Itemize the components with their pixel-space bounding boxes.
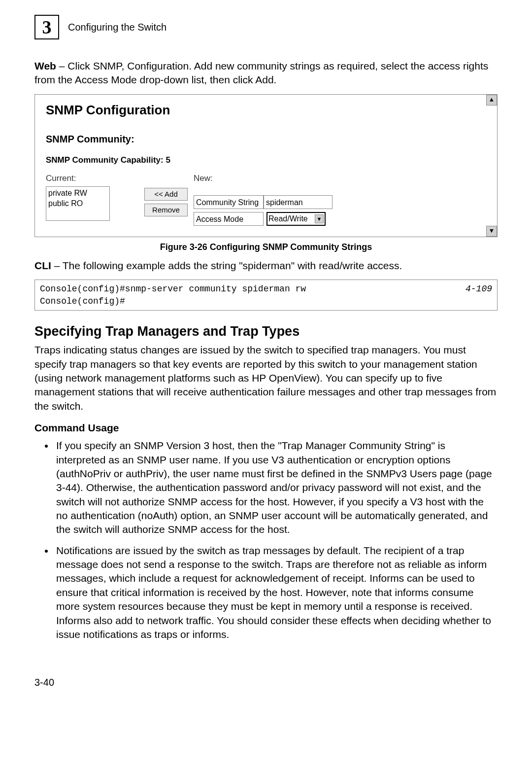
section-heading: Specifying Trap Managers and Trap Types	[34, 322, 498, 340]
cli-reference: 4-109	[466, 283, 492, 307]
command-usage-list: If you specify an SNMP Version 3 host, t…	[34, 439, 498, 641]
figure-caption: Figure 3-26 Configuring SNMP Community S…	[34, 241, 498, 253]
command-usage-heading: Command Usage	[34, 421, 498, 435]
snmp-community-heading: SNMP Community:	[46, 133, 486, 146]
access-mode-select[interactable]: Read/Write ▼	[266, 212, 326, 226]
cli-label: CLI	[34, 260, 51, 271]
new-label: New:	[194, 173, 486, 184]
snmp-config-screenshot: ▲ ▼ SNMP Configuration SNMP Community: S…	[34, 94, 498, 237]
scroll-up-icon[interactable]: ▲	[486, 95, 497, 106]
community-string-input[interactable]: spiderman	[264, 195, 332, 209]
cli-instruction: CLI – The following example adds the str…	[34, 259, 498, 273]
cli-text: – The following example adds the string …	[51, 260, 402, 271]
chapter-number-box: 3	[34, 15, 59, 39]
cli-code-block: Console(config)#snmp-server community sp…	[34, 280, 498, 311]
web-text: – Click SNMP, Configuration. Add new com…	[34, 60, 488, 85]
access-mode-value: Read/Write	[268, 213, 308, 224]
web-label: Web	[34, 60, 56, 71]
page-number: 3-40	[34, 676, 498, 689]
page-header: 3 Configuring the Switch	[34, 15, 498, 39]
add-button[interactable]: << Add	[144, 188, 188, 201]
cli-code: Console(config)#snmp-server community sp…	[40, 283, 306, 307]
scroll-down-icon[interactable]: ▼	[486, 226, 497, 237]
list-item: If you specify an SNMP Version 3 host, t…	[54, 439, 498, 536]
community-string-label: Community String	[194, 195, 264, 209]
snmp-capability-label: SNMP Community Capability: 5	[46, 155, 486, 166]
access-mode-label: Access Mode	[194, 212, 264, 226]
chevron-down-icon: ▼	[315, 214, 324, 223]
web-instruction: Web – Click SNMP, Configuration. Add new…	[34, 59, 498, 87]
remove-button[interactable]: Remove	[144, 204, 188, 216]
list-item: Notifications are issued by the switch a…	[54, 544, 498, 641]
section-paragraph: Traps indicating status changes are issu…	[34, 343, 498, 413]
chapter-title: Configuring the Switch	[68, 21, 166, 34]
snmp-config-title: SNMP Configuration	[46, 102, 486, 119]
current-listbox[interactable]: private RW public RO	[46, 186, 110, 221]
current-label: Current:	[46, 173, 144, 184]
